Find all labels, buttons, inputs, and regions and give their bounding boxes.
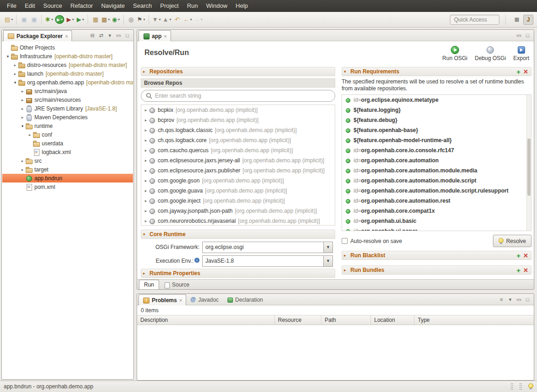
tree-item-runtime[interactable]: runtime — [2, 121, 133, 130]
repo-item[interactable]: com.caucho.quercus [org.openhab.demo.app… — [141, 145, 335, 155]
scrollbar-thumb[interactable] — [527, 138, 531, 196]
repo-item[interactable]: com.eclipsesource.jaxrs.jersey-all [org.… — [141, 155, 335, 166]
menubar-item[interactable]: Help — [232, 0, 252, 12]
tab-run[interactable]: Run — [139, 280, 159, 289]
expand-arrow-icon[interactable] — [143, 199, 149, 203]
section-run-requirements[interactable]: Run Requirements + ✕ — [342, 67, 531, 76]
save-icon[interactable]: ▣ — [19, 15, 29, 25]
tree-item-jre-system-library[interactable]: JRE System Library [JavaSE-1.8] — [2, 104, 133, 113]
view-menu-icon[interactable]: ▾ — [506, 296, 514, 304]
filter-icon[interactable]: ≡ — [498, 296, 505, 304]
requirement-item[interactable]: id= org.openhab.core.automation.module.s… — [342, 176, 531, 186]
repo-item[interactable]: ch.qos.logback.core [org.openhab.demo.ap… — [141, 135, 335, 145]
scrollbar[interactable] — [526, 95, 531, 231]
menubar-item[interactable]: Project — [156, 0, 183, 12]
tree-item-pom-xml[interactable]: pom.xml — [2, 182, 133, 191]
auto-resolve-checkbox[interactable] — [342, 238, 348, 244]
execution-env-combo[interactable]: JavaSE-1.8 ▼ — [202, 255, 333, 267]
requirement-item[interactable]: id= org.eclipse.equinox.metatype — [342, 95, 531, 105]
expand-arrow-icon[interactable] — [143, 219, 149, 223]
section-run-bundles[interactable]: Run Bundles + ✕ — [342, 265, 531, 275]
expand-arrow-icon[interactable] — [143, 188, 149, 193]
java-perspective-icon[interactable]: J — [523, 15, 533, 25]
view-menu-icon[interactable]: ▾ — [106, 32, 114, 39]
open-task-icon[interactable]: ⚑ — [136, 15, 146, 25]
requirement-item[interactable]: ${feature.openhab-model-runtime-all} — [342, 135, 531, 145]
column-header[interactable]: Type — [415, 315, 534, 325]
section-run-blacklist[interactable]: Run Blacklist + ✕ — [342, 251, 531, 260]
menubar-item[interactable]: Refactor — [66, 0, 97, 12]
column-header[interactable]: Path — [321, 315, 371, 325]
tips-lightbulb-icon[interactable] — [528, 383, 533, 390]
new-wizard-icon[interactable]: ▤ — [4, 15, 14, 25]
column-header[interactable]: Resource — [275, 315, 321, 325]
tab-source[interactable]: Source — [159, 280, 194, 289]
section-runtime-properties[interactable]: Runtime Properties — [141, 269, 335, 278]
column-header[interactable]: Description — [137, 315, 275, 325]
close-icon[interactable]: × — [164, 33, 166, 39]
close-icon[interactable]: × — [65, 33, 68, 39]
maximize-icon[interactable]: □ — [524, 296, 531, 304]
expand-arrow-icon[interactable] — [20, 106, 25, 111]
requirement-item[interactable]: id= org.openhab.core.automation.module.m… — [342, 166, 531, 176]
minimize-icon[interactable]: ▭ — [115, 32, 122, 39]
debug-osgi-button[interactable]: Debug OSGi — [475, 46, 506, 61]
tree-item-target[interactable]: target — [2, 165, 133, 174]
expand-arrow-icon[interactable] — [143, 209, 149, 213]
osgi-framework-combo[interactable]: org.eclipse.osgi ▼ — [202, 242, 333, 253]
expand-arrow-icon[interactable] — [143, 118, 149, 122]
coverage-icon[interactable]: ▶ — [65, 15, 75, 25]
repo-item[interactable]: com.google.inject [org.openhab.demo.app … — [141, 196, 335, 206]
external-tools-icon[interactable]: ▶ — [75, 15, 85, 25]
menubar-item[interactable]: Run — [183, 0, 202, 12]
requirement-item[interactable]: id= org.openhab.ui.basic — [342, 216, 531, 226]
maximize-icon[interactable]: □ — [524, 32, 531, 39]
close-icon[interactable]: × — [179, 298, 182, 303]
maximize-icon[interactable]: □ — [123, 32, 131, 39]
requirement-item[interactable]: id= org.openhab.core.compat1x — [342, 206, 531, 216]
new-package-icon[interactable]: ▩ — [100, 15, 111, 25]
tree-item-conf[interactable]: conf — [2, 130, 133, 139]
repo-item[interactable]: com.eclipsesource.jaxrs.publisher [org.o… — [141, 166, 335, 176]
tree-item-other-projects[interactable]: Other Projects — [2, 43, 133, 52]
repo-item[interactable]: com.neuronrobotics.nrjavaserial [org.ope… — [141, 216, 335, 226]
open-perspective-icon[interactable]: ⊞ — [512, 15, 522, 25]
tree-item-launch[interactable]: launch [openhab-distro master] — [2, 69, 133, 78]
expand-arrow-icon[interactable] — [5, 54, 11, 59]
run-osgi-button[interactable]: Run OSGi — [443, 46, 468, 61]
chevron-down-icon[interactable]: ▼ — [323, 242, 332, 253]
expand-arrow-icon[interactable] — [20, 159, 25, 163]
tree-item-distro-resources[interactable]: distro-resources [openhab-distro master] — [2, 61, 133, 69]
tree-item-infrastructure[interactable]: Infrastructure [openhab-distro master] — [2, 52, 133, 61]
next-annotation-icon[interactable]: ▼ — [151, 15, 162, 25]
tab-javadoc[interactable]: Javadoc — [186, 294, 223, 305]
repo-item[interactable]: bcprov [org.openhab.demo.app (implicit)] — [141, 115, 335, 125]
debug-icon[interactable]: ✱ — [44, 15, 54, 25]
requirement-item[interactable]: id= org.openhab.ui.paper — [342, 226, 531, 231]
last-edit-location-icon[interactable]: ↶ — [172, 15, 182, 25]
menubar-item[interactable]: Edit — [21, 0, 39, 12]
tree-item-maven-dependencies[interactable]: Maven Dependencies — [2, 113, 133, 121]
export-button[interactable]: Export — [513, 46, 529, 61]
repo-item[interactable]: com.google.gson [org.openhab.demo.app (i… — [141, 176, 335, 186]
tree-item-org-openhab-demo-app[interactable]: org.openhab.demo.app [openhab-distro mas… — [2, 78, 133, 87]
link-with-editor-icon[interactable]: ⇄ — [97, 32, 105, 39]
expand-arrow-icon[interactable] — [143, 178, 149, 183]
expand-arrow-icon[interactable] — [143, 168, 149, 173]
expand-arrow-icon[interactable] — [143, 138, 149, 143]
save-all-icon[interactable]: ▣ — [29, 15, 39, 25]
expand-arrow-icon[interactable] — [143, 158, 149, 163]
requirement-item[interactable]: id= org.openhab.core.automation.rest — [342, 196, 531, 206]
repo-item[interactable]: com.google.guava [org.openhab.demo.app (… — [141, 186, 335, 196]
expand-arrow-icon[interactable] — [12, 72, 18, 76]
tree-item-userdata[interactable]: userdata — [2, 139, 133, 148]
section-core-runtime[interactable]: Core Runtime — [141, 230, 335, 239]
menubar-item[interactable]: Source — [39, 0, 66, 12]
sash-grip[interactable] — [520, 383, 522, 390]
tree-item-src-main-resources[interactable]: src/main/resources — [2, 95, 133, 104]
expand-arrow-icon[interactable] — [20, 89, 25, 94]
back-icon[interactable]: ← — [182, 15, 193, 25]
requirement-item[interactable]: ${feature.openhab-base} — [342, 125, 531, 135]
run-icon[interactable]: ▶ — [55, 15, 64, 24]
expand-arrow-icon[interactable] — [143, 128, 149, 133]
